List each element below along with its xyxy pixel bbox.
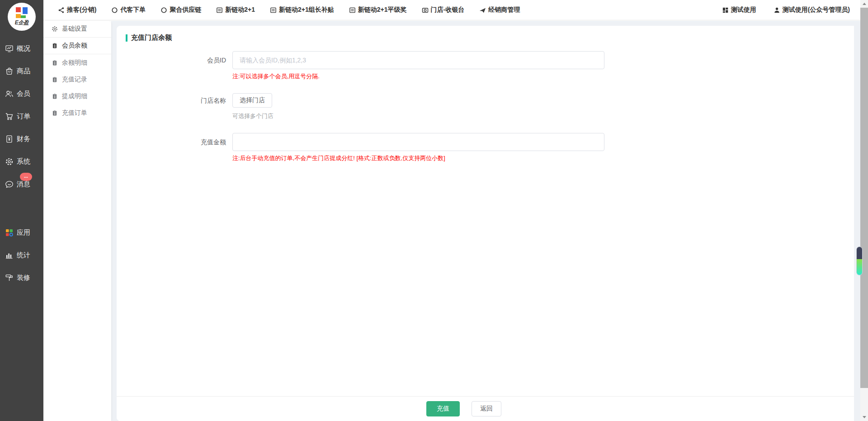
submenu-label: 提成明细 (62, 92, 87, 100)
system-icon (5, 157, 14, 166)
submenu-item-recharge-records[interactable]: 充值记录 (43, 71, 111, 88)
back-button[interactable]: 返回 (472, 401, 501, 416)
topnav-item-distribution[interactable]: 推客(分销) (58, 6, 96, 14)
panel-icon (270, 7, 277, 14)
member-id-group: 会员ID 注:可以选择多个会员,用逗号分隔. (117, 51, 854, 80)
sidebar-item-label: 系统 (17, 157, 30, 166)
topnav-item-chain-21[interactable]: 新链动2+1 (216, 6, 255, 14)
sidebar-item-finance[interactable]: 财务 (0, 128, 43, 150)
amount-label: 充值金额 (117, 133, 232, 151)
sidebar-item-system[interactable]: 系统 (0, 150, 43, 173)
submenu-label: 余额明细 (62, 59, 87, 67)
topbar-user-account[interactable]: 测试使用(公众号管理员) (774, 6, 850, 14)
recharge-submit-button[interactable]: 充值 (426, 401, 460, 416)
member-id-input[interactable] (232, 51, 604, 69)
topnav-label: 新链动2+1平级奖 (358, 6, 407, 14)
topnav-label: 门店-收银台 (431, 6, 465, 14)
submenu-label: 充值订单 (62, 109, 87, 117)
pill-dark-segment (857, 247, 862, 259)
choose-store-button[interactable]: 选择门店 (232, 93, 272, 108)
topnav-item-store-cashier[interactable]: 门店-收银台 (422, 6, 465, 14)
panel-icon (349, 7, 356, 14)
submenu-item-commission-detail[interactable]: 提成明细 (43, 88, 111, 104)
recharge-form: 会员ID 注:可以选择多个会员,用逗号分隔. 门店名称 选择门店 可选择多个门店… (117, 51, 854, 162)
gear-icon (52, 26, 58, 32)
submenu-item-balance-detail[interactable]: 余额明细 (43, 54, 111, 71)
brand-logo[interactable]: E企盈 (8, 3, 36, 31)
sidebar-item-label: 统计 (17, 251, 30, 260)
goods-icon (5, 67, 14, 76)
submenu-item-basic-settings[interactable]: 基础设置 (43, 21, 111, 38)
clipboard-icon (52, 76, 58, 83)
clipboard-icon (52, 93, 58, 99)
sidebar-item-label: 商品 (17, 67, 30, 76)
topbar-test-account[interactable]: 测试使用 (722, 6, 756, 14)
sidebar-item-label: 装修 (17, 274, 30, 282)
primary-sidebar: E企盈 概况 商品 会员 订单 财务 (0, 0, 43, 421)
topnav-label: 推客(分销) (67, 6, 96, 14)
message-icon (5, 180, 14, 189)
page-scrollbar (860, 0, 868, 421)
panel-icon (216, 7, 223, 14)
scrollbar-down-arrow[interactable] (860, 413, 868, 421)
amount-group: 充值金额 注:后台手动充值的订单,不会产生门店提成分红! [格式:正数或负数,仅… (117, 133, 854, 162)
brand-logo-text: E企盈 (15, 19, 29, 27)
submenu-label: 充值记录 (62, 76, 87, 84)
scrollbar-thumb[interactable] (860, 8, 868, 388)
amount-input[interactable] (232, 133, 604, 151)
sidebar-item-members[interactable]: 会员 (0, 82, 43, 105)
orders-icon (5, 112, 14, 121)
main-content-card: 充值门店余额 会员ID 注:可以选择多个会员,用逗号分隔. 门店名称 选择门店 … (117, 26, 854, 421)
message-count-badge: ... (20, 173, 32, 181)
circle-icon (111, 7, 118, 14)
amount-note: 注:后台手动充值的订单,不会产生门店提成分红! [格式:正数或负数,仅支持两位小… (232, 154, 854, 162)
floating-widget-pill (856, 246, 863, 275)
sidebar-item-orders[interactable]: 订单 (0, 105, 43, 128)
store-name-label: 门店名称 (117, 93, 232, 108)
members-icon (5, 90, 14, 98)
topbar-account-label: 测试使用 (731, 6, 756, 14)
sidebar-item-decorate[interactable]: 装修 (0, 266, 43, 289)
sidebar-group-divider (0, 195, 43, 221)
pill-gradient-segment (857, 259, 862, 275)
submenu-item-member-balance[interactable]: 会员余额 (43, 38, 111, 54)
finance-icon (5, 135, 14, 143)
scrollbar-up-arrow[interactable] (860, 0, 868, 8)
circle-icon (160, 7, 167, 14)
topnav-label: 代客下单 (120, 6, 146, 14)
sidebar-item-label: 会员 (17, 90, 30, 98)
decorate-icon (5, 274, 14, 282)
topnav-item-supply-chain[interactable]: 聚合供应链 (160, 6, 201, 14)
submenu-item-recharge-orders[interactable]: 充值订单 (43, 104, 111, 121)
stats-icon (5, 251, 14, 260)
topnav-label: 经销商管理 (488, 6, 520, 14)
user-icon (774, 7, 780, 14)
topnav-item-chain-21-leader[interactable]: 新链动2+1组长补贴 (270, 6, 334, 14)
page-title: 充值门店余额 (131, 33, 172, 42)
topnav-item-chain-21-peer[interactable]: 新链动2+1平级奖 (349, 6, 407, 14)
topnav-item-proxy-order[interactable]: 代客下单 (111, 6, 146, 14)
form-footer: 充值 返回 (117, 396, 854, 421)
sidebar-item-goods[interactable]: 商品 (0, 60, 43, 82)
sidebar-item-apps[interactable]: 应用 (0, 221, 43, 244)
sidebar-item-label: 应用 (17, 228, 30, 237)
topnav-label: 新链动2+1 (225, 6, 255, 14)
brand-logo-icon (16, 7, 28, 18)
member-id-label: 会员ID (117, 51, 232, 69)
layout-icon (722, 7, 729, 14)
topnav-label: 聚合供应链 (170, 6, 201, 14)
store-name-note: 可选择多个门店 (232, 112, 854, 120)
sidebar-item-messages[interactable]: 消息 ... (0, 173, 43, 195)
sidebar-item-stats[interactable]: 统计 (0, 244, 43, 266)
camera-icon (422, 7, 429, 14)
clipboard-icon (52, 43, 58, 49)
sidebar-item-label: 概况 (17, 44, 30, 53)
sidebar-item-label: 消息 (17, 180, 30, 189)
sidebar-item-label: 订单 (17, 112, 30, 121)
top-nav-items: 推客(分销) 代客下单 聚合供应链 新链动2+1 新链动2+1组长补贴 新 (58, 6, 520, 14)
sidebar-item-label: 财务 (17, 135, 30, 143)
sidebar-item-overview[interactable]: 概况 (0, 37, 43, 60)
topnav-item-dealer-mgmt[interactable]: 经销商管理 (479, 6, 520, 14)
share-icon (58, 7, 65, 14)
submenu-label: 会员余额 (62, 42, 87, 50)
